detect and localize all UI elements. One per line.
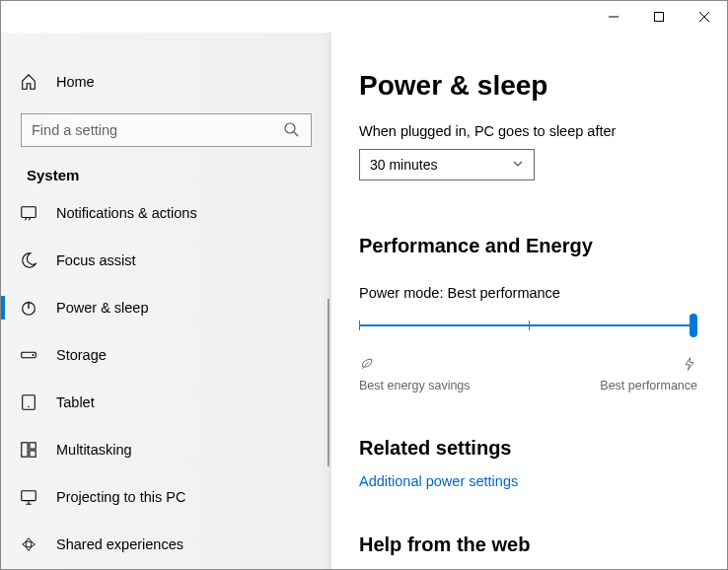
- nav-storage-label: Storage: [56, 347, 107, 363]
- power-icon: [19, 298, 38, 318]
- svg-point-5: [33, 354, 35, 356]
- main-panel: Power & sleep When plugged in, PC goes t…: [331, 33, 727, 569]
- nav-multitasking-label: Multitasking: [56, 442, 132, 458]
- svg-point-7: [28, 406, 29, 407]
- svg-rect-8: [22, 443, 28, 457]
- slider-labels: Best energy savings Best performance: [359, 356, 697, 392]
- additional-power-settings-link[interactable]: Additional power settings: [359, 473, 697, 489]
- sleep-dropdown-value: 30 minutes: [370, 157, 437, 173]
- minimize-button[interactable]: [591, 1, 636, 33]
- svg-rect-11: [22, 491, 36, 501]
- power-mode-slider[interactable]: [359, 317, 697, 346]
- search-icon: [283, 121, 301, 139]
- nav-shared-label: Shared experiences: [56, 536, 183, 552]
- nav-shared-experiences[interactable]: Shared experiences: [1, 525, 331, 564]
- nav-notifications[interactable]: Notifications & actions: [1, 193, 331, 233]
- storage-icon: [19, 345, 38, 365]
- search-input[interactable]: [32, 122, 283, 138]
- nav-storage[interactable]: Storage: [1, 335, 331, 375]
- nav-projecting-label: Projecting to this PC: [56, 489, 185, 505]
- nav-home[interactable]: Home: [1, 62, 331, 102]
- shared-icon: [19, 534, 38, 554]
- sleep-setting-label: When plugged in, PC goes to sleep after: [359, 123, 697, 139]
- moon-icon: [19, 250, 38, 270]
- svg-rect-10: [30, 451, 36, 457]
- slider-left-end: Best energy savings: [359, 356, 471, 392]
- nav-power-sleep[interactable]: Power & sleep: [1, 288, 331, 327]
- page-title: Power & sleep: [359, 70, 697, 102]
- back-button[interactable]: [19, 33, 42, 35]
- multitasking-icon: [19, 440, 38, 460]
- nav-focus-assist[interactable]: Focus assist: [1, 241, 331, 280]
- help-heading: Help from the web: [359, 534, 697, 556]
- power-mode-text: Power mode: Best performance: [359, 285, 697, 301]
- slider-left-label: Best energy savings: [359, 379, 471, 392]
- slider-tick: [359, 321, 360, 330]
- nav-power-label: Power & sleep: [56, 300, 149, 316]
- nav-home-label: Home: [56, 74, 95, 90]
- lightning-icon: [682, 356, 697, 375]
- nav-tablet[interactable]: Tablet: [1, 383, 331, 422]
- slider-right-label: Best performance: [600, 379, 697, 392]
- content-area: Settings Home System: [1, 33, 727, 569]
- titlebar: [1, 1, 727, 33]
- nav-multitasking[interactable]: Multitasking: [1, 430, 331, 469]
- nav-focus-label: Focus assist: [56, 252, 136, 268]
- search-wrap: [1, 102, 331, 157]
- nav-tablet-label: Tablet: [56, 394, 95, 410]
- leaf-icon: [359, 356, 471, 375]
- performance-heading: Performance and Energy: [359, 235, 697, 257]
- settings-window: Settings Home System: [0, 0, 728, 570]
- sidebar: Settings Home System: [1, 33, 331, 569]
- tablet-icon: [19, 392, 38, 412]
- notification-icon: [19, 203, 38, 223]
- nav-notifications-label: Notifications & actions: [56, 205, 197, 221]
- svg-rect-0: [655, 13, 664, 22]
- close-button[interactable]: [682, 1, 727, 33]
- slider-right-end: Best performance: [600, 356, 697, 392]
- sidebar-scrollbar[interactable]: [328, 299, 329, 466]
- search-box[interactable]: [21, 113, 312, 147]
- svg-rect-2: [22, 207, 36, 218]
- svg-point-1: [285, 123, 295, 133]
- nav-projecting[interactable]: Projecting to this PC: [1, 477, 331, 517]
- svg-rect-9: [30, 443, 36, 449]
- maximize-button[interactable]: [636, 1, 682, 33]
- header-row: Settings: [1, 33, 331, 42]
- slider-thumb[interactable]: [690, 314, 697, 337]
- sleep-dropdown[interactable]: 30 minutes: [359, 149, 535, 180]
- home-icon: [19, 72, 38, 92]
- sidebar-section-label: System: [1, 157, 331, 193]
- slider-tick: [529, 321, 530, 330]
- chevron-down-icon: [512, 157, 524, 173]
- related-heading: Related settings: [359, 437, 697, 460]
- projecting-icon: [19, 487, 38, 507]
